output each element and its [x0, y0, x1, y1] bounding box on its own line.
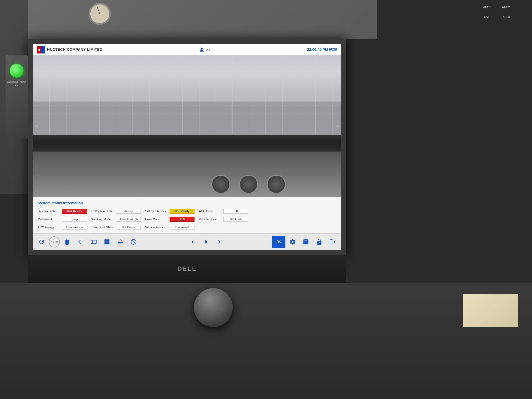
- working-mode-row: Working Mode Drive Through: [91, 216, 141, 222]
- status-panel: System status information System State N…: [33, 197, 341, 233]
- svg-text:N: N: [38, 49, 40, 51]
- acc-dose-row: ACC Dose 0.0: [199, 208, 248, 214]
- error-code-row: Error Code 216: [145, 216, 195, 222]
- collection-state-label: Collection State: [91, 209, 114, 213]
- svg-rect-1: [41, 46, 45, 53]
- toolbar-right-group: RX: [272, 236, 339, 248]
- acc-energy-value: Dual energy: [62, 225, 87, 230]
- equipment-top-panel: [28, 0, 377, 39]
- header-bar: N NUCTECH COMPANY LIMITED ois 22:06:45 P…: [33, 44, 341, 55]
- status-title: System status information: [38, 201, 336, 205]
- rx-active-button[interactable]: RX: [272, 236, 285, 248]
- vehicle-entry-value: Backward: [170, 225, 195, 230]
- acc-energy-label: ACC Energy: [38, 226, 60, 229]
- xray-container-top: [33, 55, 341, 137]
- movement-label: Movement: [38, 218, 60, 221]
- svg-rect-4: [91, 240, 96, 244]
- safety-interlock-value: Not Ready: [170, 209, 195, 214]
- refresh-button[interactable]: [35, 236, 48, 248]
- xray-image-area: ◀ ▶: [33, 55, 341, 197]
- system-state-row: System State Not Ready: [38, 208, 87, 214]
- user-info: ois: [199, 47, 211, 52]
- nuctech-logo-icon: N: [37, 46, 45, 53]
- monitor: N NUCTECH COMPANY LIMITED ois 22:06:45 P…: [28, 39, 346, 255]
- toolbar-left-group: AUTO: [35, 236, 140, 248]
- equipment-right-panel: AFC1 AFC2 XS19 XS20: [377, 0, 532, 111]
- system-state-label: System State: [38, 209, 60, 213]
- working-mode-value: Drive Through: [116, 217, 141, 222]
- dell-brand-logo: DELL: [177, 265, 196, 272]
- svg-rect-11: [107, 242, 109, 244]
- xray-background: ◀ ▶: [33, 55, 341, 197]
- svg-rect-9: [107, 239, 109, 242]
- auto-label: AUTO: [51, 241, 58, 243]
- working-mode-label: Working Mode: [91, 218, 114, 221]
- auto-button[interactable]: AUTO: [49, 236, 60, 247]
- toolbar-nav-group: [186, 236, 225, 248]
- safety-interlock-row: Safety Interlock Not Ready: [145, 208, 195, 214]
- report-button[interactable]: [300, 236, 312, 248]
- stamp-button[interactable]: [114, 236, 126, 248]
- generator-power-label: Generator Powerﻮﻠﻗ: [7, 80, 26, 87]
- nav-play-button[interactable]: [200, 236, 212, 248]
- svg-rect-10: [104, 242, 107, 244]
- xs20-label: XS20: [502, 15, 510, 19]
- acc-dose-label: ACC Dose: [199, 209, 221, 213]
- acc-dose-value: 0.0: [223, 209, 248, 214]
- lock-button[interactable]: [313, 236, 325, 248]
- xs19-label: XS19: [484, 15, 491, 19]
- username: ois: [206, 47, 211, 52]
- xray-chassis-area: [33, 152, 341, 197]
- rx-label: RX: [277, 240, 281, 243]
- workspace-surface: [0, 283, 532, 399]
- movement-row: Movement Stop: [38, 216, 87, 222]
- svg-point-3: [201, 47, 203, 49]
- safety-interlock-label: Safety Interlock: [145, 209, 167, 213]
- vehicle-entry-label: Vehicle Entry: [145, 226, 167, 229]
- app-window: N NUCTECH COMPANY LIMITED ois 22:06:45 P…: [33, 44, 341, 250]
- collection-state-row: Collection State Ready: [91, 208, 141, 214]
- svg-line-13: [132, 240, 135, 244]
- desk-camera: [194, 288, 233, 327]
- user-avatar-icon: [199, 47, 204, 52]
- back-button[interactable]: [74, 236, 86, 248]
- afc1-label: AFC1: [483, 6, 491, 9]
- svg-point-6: [91, 243, 93, 244]
- svg-point-7: [95, 243, 96, 244]
- panel-button[interactable]: [101, 236, 113, 248]
- vehicle-speed-label: Vehicle Speed: [199, 218, 221, 221]
- hand-button[interactable]: [61, 236, 73, 248]
- xray-dark-band: [33, 135, 341, 152]
- toolbar: AUTO: [33, 233, 341, 250]
- error-code-value: 216: [170, 217, 195, 222]
- exit-button[interactable]: [326, 236, 339, 248]
- collection-state-value: Ready: [116, 209, 141, 214]
- svg-rect-8: [104, 239, 107, 242]
- system-state-value: Not Ready: [62, 209, 87, 214]
- beam-out-state-label: Beam Out State: [91, 226, 114, 229]
- block-button[interactable]: [127, 236, 140, 248]
- monitor-stand: DELL: [28, 255, 346, 283]
- acc-energy-row: ACC Energy Dual energy: [38, 224, 87, 231]
- desk-document: [463, 294, 518, 327]
- vehicle-speed-value: 0.0 km/h: [223, 217, 248, 222]
- datetime-display: 22:06:45 PM 6/30/: [307, 47, 337, 52]
- movement-value: Stop: [62, 217, 87, 222]
- error-code-label: Error Code: [145, 218, 167, 221]
- vehicle-entry-row: Vehicle Entry Backward: [145, 224, 195, 231]
- power-indicator-green: [10, 64, 24, 78]
- vehicle-speed-row: Vehicle Speed 0.0 km/h: [199, 216, 248, 222]
- settings-button[interactable]: [287, 236, 299, 248]
- scroll-right-button[interactable]: ▶: [335, 122, 341, 130]
- nav-right-button[interactable]: [213, 236, 225, 248]
- beam-out-state-row: Beam Out State Not Beam: [91, 224, 141, 231]
- nav-left-button[interactable]: [186, 236, 199, 248]
- company-logo: N NUCTECH COMPANY LIMITED: [37, 46, 103, 53]
- left-control-panel: Generator Powerﻮﻠﻗ: [6, 55, 28, 139]
- scroll-left-button[interactable]: ◀: [33, 122, 39, 130]
- company-name: NUCTECH COMPANY LIMITED: [47, 47, 103, 52]
- beam-out-state-value: Not Beam: [116, 225, 141, 230]
- afc2-label: AFC2: [502, 6, 510, 9]
- scan-button[interactable]: [88, 236, 100, 248]
